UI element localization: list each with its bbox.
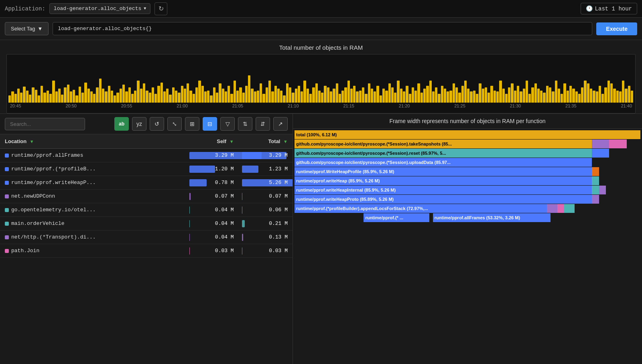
chart-bar[interactable] (193, 94, 195, 103)
chart-bar[interactable] (146, 91, 148, 103)
col-self[interactable]: Self ▼ (186, 134, 239, 149)
table-row[interactable]: runtime/pprof.writeHeapP...0.78 M5.26 M (0, 176, 293, 190)
chart-bar[interactable] (84, 83, 87, 103)
flame-container[interactable]: total (100%, 6.12 M)github.com/pyroscope… (293, 129, 642, 364)
chart-bar[interactable] (204, 91, 207, 103)
chart-container[interactable]: 20:4520:5020:5521:0021:0521:1021:1521:20… (6, 54, 636, 113)
flame-segment-extra[interactable] (592, 195, 599, 204)
chart-bar[interactable] (444, 89, 446, 103)
chart-bar[interactable] (137, 81, 139, 103)
chart-bar[interactable] (362, 87, 364, 103)
chart-bar[interactable] (517, 86, 519, 103)
chart-bar[interactable] (29, 95, 31, 103)
table-row[interactable]: net/http.(*Transport).di...0.04 M0.13 M (0, 231, 293, 244)
chart-bar[interactable] (537, 89, 540, 103)
chart-bar[interactable] (254, 91, 256, 103)
col-total[interactable]: Total ▼ (239, 134, 293, 149)
chart-bar[interactable] (234, 81, 236, 103)
chart-bar[interactable] (482, 89, 484, 103)
chart-bar[interactable] (526, 81, 528, 103)
table-container[interactable]: Location ▼ Self ▼ Total ▼ ru (0, 134, 293, 364)
chart-bar[interactable] (505, 94, 508, 103)
chart-bar[interactable] (318, 91, 321, 103)
chart-bar[interactable] (111, 91, 113, 103)
chart-bar[interactable] (73, 90, 75, 103)
chart-bar[interactable] (280, 91, 282, 103)
chart-bar[interactable] (590, 89, 592, 103)
chart-bar[interactable] (344, 87, 347, 103)
chart-bar[interactable] (520, 91, 522, 103)
chart-bar[interactable] (213, 87, 215, 103)
flame-segment[interactable]: github.com/pyroscope-io/client/pyroscope… (295, 140, 592, 148)
chart-bar[interactable] (207, 91, 209, 103)
chart-bar[interactable] (292, 93, 294, 103)
chart-bar[interactable] (464, 81, 467, 103)
chart-bar[interactable] (380, 95, 382, 103)
chart-bar[interactable] (189, 91, 192, 103)
chart-bar[interactable] (423, 89, 426, 103)
chart-bar[interactable] (108, 86, 110, 103)
chart-bar[interactable] (303, 81, 306, 103)
chart-bar[interactable] (295, 89, 297, 103)
table-row[interactable]: main.orderVehicle0.04 M0.21 M (0, 217, 293, 231)
chart-bar[interactable] (262, 94, 265, 103)
chart-bar[interactable] (271, 91, 274, 103)
query-input[interactable] (53, 22, 592, 35)
chart-bar[interactable] (99, 79, 102, 103)
chart-bar[interactable] (257, 91, 259, 103)
flame-segment[interactable]: github.com/pyroscope-io/client/pyroscope… (295, 158, 592, 167)
chart-bar[interactable] (198, 81, 201, 103)
chart-bar[interactable] (607, 81, 610, 103)
chart-bar[interactable] (120, 89, 122, 103)
chart-bar[interactable] (476, 94, 478, 103)
chart-bar[interactable] (458, 93, 461, 103)
chart-bar[interactable] (315, 83, 318, 103)
execute-button[interactable]: Execute (596, 22, 637, 35)
chart-bar[interactable] (307, 89, 309, 103)
chart-bar[interactable] (289, 87, 291, 103)
chart-bar[interactable] (128, 87, 131, 103)
chart-bar[interactable] (432, 91, 435, 103)
chart-bar[interactable] (502, 89, 505, 103)
chart-bar[interactable] (152, 87, 154, 103)
chart-bar[interactable] (222, 89, 224, 103)
chart-bar[interactable] (14, 94, 17, 103)
chart-bar[interactable] (216, 93, 218, 103)
chart-bar[interactable] (613, 89, 616, 103)
chart-bar[interactable] (20, 93, 22, 103)
chart-bar[interactable] (400, 89, 402, 103)
chart-bar[interactable] (441, 86, 443, 103)
chart-bar[interactable] (286, 83, 288, 103)
chart-bar[interactable] (347, 81, 350, 103)
chart-bar[interactable] (409, 94, 411, 103)
table-row[interactable]: runtime/pprof.(*profileB...1.20 M1.23 M (0, 162, 293, 176)
chart-bar[interactable] (470, 91, 472, 103)
chart-bar[interactable] (412, 87, 414, 103)
chart-bar[interactable] (17, 89, 20, 103)
chart-bar[interactable] (350, 89, 353, 103)
chart-bar[interactable] (201, 86, 204, 103)
chart-bar[interactable] (467, 89, 469, 103)
chart-bar[interactable] (403, 91, 405, 103)
chart-bar[interactable] (455, 87, 458, 103)
flame-segment-extra[interactable] (547, 204, 557, 213)
chart-bar[interactable] (449, 91, 452, 103)
chart-bar[interactable] (114, 95, 116, 103)
chart-bar[interactable] (274, 86, 277, 103)
chart-bar[interactable] (528, 94, 531, 103)
chart-bar[interactable] (578, 94, 581, 103)
chart-bar[interactable] (584, 81, 586, 103)
flame-segment[interactable]: runtime/pprof.(* ... (364, 213, 429, 222)
chart-bar[interactable] (382, 89, 385, 103)
chart-bar[interactable] (561, 94, 563, 103)
chart-bar[interactable] (581, 87, 583, 103)
chart-bar[interactable] (181, 86, 183, 103)
chart-bar[interactable] (125, 91, 128, 103)
chart-bar[interactable] (569, 86, 572, 103)
chart-bar[interactable] (447, 91, 449, 103)
flame-segment-extra[interactable] (609, 140, 626, 148)
chart-bar[interactable] (368, 83, 370, 103)
chart-bar[interactable] (298, 86, 300, 103)
chart-bar[interactable] (625, 89, 627, 103)
chart-bar[interactable] (228, 86, 230, 103)
